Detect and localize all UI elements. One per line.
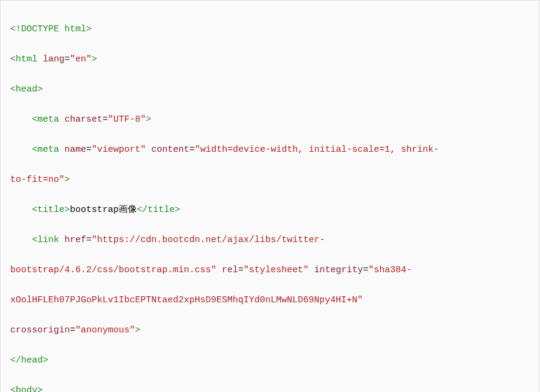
code-line: xOolHFLEh07PJGoPkLv1IbcEPTNtaed2xpHsD9ES… [10,293,530,308]
code-line: <!DOCTYPE html> [10,22,530,37]
code-line: <meta charset="UTF-8"> [10,112,530,127]
code-line: <head> [10,82,530,97]
code-line: bootstrap/4.6.2/css/bootstrap.min.css" r… [10,263,530,278]
code-line: <meta name="viewport" content="width=dev… [10,142,530,157]
code-line: <html lang="en"> [10,52,530,67]
code-line: <title>bootstrap画像</title> [10,202,530,217]
code-block: <!DOCTYPE html> <html lang="en"> <head> … [0,0,540,392]
code-line: crossorigin="anonymous"> [10,323,530,338]
code-line: to-fit=no"> [10,172,530,187]
doctype: <!DOCTYPE html> [10,24,92,34]
code-line: <link href="https://cdn.bootcdn.net/ajax… [10,232,530,247]
code-line: </head> [10,353,530,368]
code-line: <body> [10,383,530,392]
